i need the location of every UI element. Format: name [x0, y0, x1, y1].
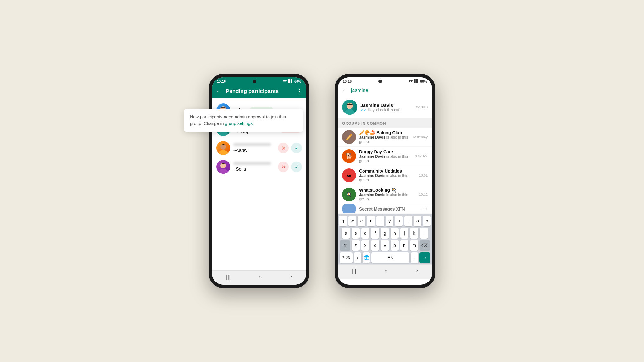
reject-aarav-button[interactable]: ✕ — [278, 143, 289, 153]
more-options-button[interactable]: ⋮ — [296, 88, 303, 95]
search-back-button[interactable]: ← — [342, 87, 348, 94]
phone2-screen: 10:16 ▾▾ ▋▋ 60% ← Jasmine Davis — [338, 77, 432, 285]
avatar-whatscooking: 🍳 — [342, 188, 356, 201]
svg-point-19 — [342, 204, 356, 214]
doggy-care-name: Doggy Day Care — [359, 149, 412, 154]
avatar-aarav — [216, 141, 230, 155]
baking-club-sub: Jasmine Davis is also in this group — [359, 135, 409, 144]
key-backspace[interactable]: ⌫ — [420, 240, 430, 251]
key-t[interactable]: t — [376, 216, 384, 226]
baking-club-info: 🥖🥐🍰 Baking Club Jasmine Davis is also in… — [359, 130, 409, 144]
avatar-jasmine — [342, 100, 357, 115]
baking-club-time: Yesterday — [412, 135, 428, 139]
nav2-home-icon[interactable]: ○ — [385, 268, 388, 274]
key-y[interactable]: y — [386, 216, 394, 226]
phone1-status-icons: ▾▾ ▋▋ 60% — [283, 79, 301, 83]
aarav-actions: ✕ ✓ — [278, 143, 302, 153]
avatar-community: 🏘 — [342, 168, 356, 182]
jasmine-name: Jasmine Davis — [360, 102, 413, 108]
svg-text:🍳: 🍳 — [346, 192, 352, 198]
doggy-care-sub: Jasmine Davis is also in this group — [359, 154, 412, 163]
approve-sofia-button[interactable]: ✓ — [291, 162, 302, 172]
key-l[interactable]: l — [420, 228, 428, 239]
key-globe[interactable]: 🌐 — [363, 252, 370, 263]
key-w[interactable]: w — [348, 216, 356, 226]
community-sub: Jasmine Davis is also in this group — [359, 173, 416, 182]
key-z[interactable]: z — [352, 240, 360, 251]
double-tick-icon: ✓✓ — [360, 108, 367, 112]
key-p[interactable]: p — [423, 216, 431, 226]
phone1-camera — [253, 80, 256, 83]
key-o[interactable]: o — [414, 216, 422, 226]
key-r[interactable]: r — [367, 216, 375, 226]
nav-home-icon[interactable]: ○ — [259, 274, 262, 280]
group-baking-club[interactable]: 🥖 🥖🥐🍰 Baking Club Jasmine Davis is also … — [338, 128, 432, 147]
nav2-recent-icon[interactable]: ||| — [352, 268, 356, 274]
nav-recent-icon[interactable]: ||| — [226, 274, 230, 280]
key-v[interactable]: v — [381, 240, 389, 251]
jasmine-preview: ✓✓ Hey, check this out!! — [360, 108, 413, 112]
kb-row-3: ⇧ z x c v b n m ⌫ — [339, 240, 431, 251]
key-f[interactable]: f — [371, 228, 379, 239]
whatscooking-info: WhatsCooking 🍳 Jasmine Davis is also in … — [359, 188, 416, 201]
key-k[interactable]: k — [410, 228, 418, 239]
partial-name: Secret Messages XFN — [359, 206, 418, 211]
key-m[interactable]: m — [410, 240, 418, 251]
key-q[interactable]: q — [339, 216, 347, 226]
name-sofia: ~Sofia — [233, 167, 246, 172]
community-bold: Jasmine Davis — [359, 173, 385, 178]
group-whatscooking[interactable]: 🍳 WhatsCooking 🍳 Jasmine Davis is also i… — [338, 185, 432, 204]
community-name: Community Updates — [359, 168, 416, 173]
nav-back-icon[interactable]: ‹ — [290, 274, 292, 280]
key-i[interactable]: i — [404, 216, 412, 226]
approve-aarav-button[interactable]: ✓ — [291, 143, 302, 153]
key-enter[interactable]: → — [419, 252, 430, 263]
key-c[interactable]: c — [371, 240, 379, 251]
signal-icon: ▋▋ — [288, 79, 293, 83]
svg-text:🥖: 🥖 — [346, 134, 353, 140]
tooltip-link[interactable]: group settings — [225, 121, 253, 126]
phone1-nav-bar: ||| ○ ‹ — [212, 270, 306, 285]
phone1-time: 10:16 — [217, 80, 226, 83]
whatscooking-time: 10:12 — [419, 193, 428, 196]
key-s[interactable]: s — [352, 228, 360, 239]
key-g[interactable]: g — [381, 228, 389, 239]
contact-jasmine-info: Jasmine Davis ✓✓ Hey, check this out!! — [360, 102, 413, 112]
back-button[interactable]: ← — [216, 88, 222, 95]
svg-text:🏘: 🏘 — [347, 173, 352, 178]
key-b[interactable]: b — [391, 240, 399, 251]
key-u[interactable]: u — [395, 216, 403, 226]
key-space[interactable]: EN — [371, 252, 409, 263]
key-h[interactable]: h — [391, 228, 399, 239]
baking-club-name: 🥖🥐🍰 Baking Club — [359, 130, 409, 135]
key-x[interactable]: x — [361, 240, 369, 251]
key-shift[interactable]: ⇧ — [340, 240, 350, 251]
key-e[interactable]: e — [358, 216, 365, 226]
tooltip-popup: New participants need admin approval to … — [184, 109, 303, 132]
participant-sofia: ~Sofia ✕ ✓ — [212, 157, 306, 176]
key-d[interactable]: d — [361, 228, 369, 239]
key-dot[interactable]: . — [411, 252, 418, 263]
key-n[interactable]: n — [400, 240, 408, 251]
group-doggy-care[interactable]: 🐕 Doggy Day Care Jasmine Davis is also i… — [338, 147, 432, 166]
key-a[interactable]: a — [342, 228, 350, 239]
kb-row-2: a s d f g h j k l — [339, 228, 431, 239]
nav2-back-icon[interactable]: ‹ — [416, 268, 418, 274]
svg-point-5 — [218, 150, 228, 155]
search-input[interactable] — [351, 88, 428, 93]
reject-sofia-button[interactable]: ✕ — [278, 162, 289, 172]
keyboard[interactable]: q w e r t y u i o p a s d f g h — [338, 214, 432, 264]
group-community[interactable]: 🏘 Community Updates Jasmine Davis is als… — [338, 166, 432, 185]
whatscooking-bold: Jasmine Davis — [359, 193, 385, 197]
key-slash[interactable]: / — [354, 252, 361, 263]
whatscooking-name: WhatsCooking 🍳 — [359, 188, 416, 193]
contact-jasmine[interactable]: Jasmine Davis ✓✓ Hey, check this out!! 3… — [338, 96, 432, 118]
signal-icon2: ▋▋ — [414, 79, 419, 83]
key-j[interactable]: j — [400, 228, 408, 239]
baking-club-bold: Jasmine Davis — [359, 135, 385, 140]
doggy-care-bold: Jasmine Davis — [359, 154, 385, 159]
group-partial: Secret Messages XFN 11:1 — [338, 204, 432, 214]
blurred-name-aarav — [233, 143, 271, 146]
key-num[interactable]: ?123 — [340, 252, 353, 263]
phone2-nav-bar: ||| ○ ‹ — [338, 264, 432, 279]
